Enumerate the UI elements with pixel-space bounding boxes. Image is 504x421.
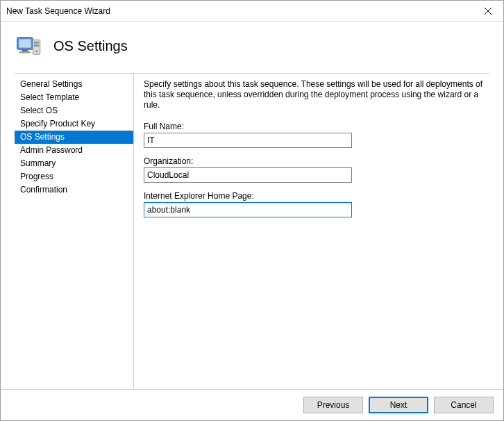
page-description: Specify settings about this task sequenc… [144,79,484,110]
close-button[interactable] [474,1,502,21]
step-summary[interactable]: Summary [15,157,133,170]
wizard-content: General Settings Select Template Select … [1,73,503,389]
svg-point-9 [35,51,37,53]
step-select-os[interactable]: Select OS [15,104,133,117]
homepage-label: Internet Explorer Home Page: [144,191,484,201]
close-icon [485,8,492,15]
main-panel: Specify settings about this task sequenc… [134,73,489,389]
computer-icon [15,31,44,60]
organization-label: Organization: [144,156,484,166]
fullname-label: Full Name: [144,122,484,131]
previous-button[interactable]: Previous [303,397,363,413]
title-bar: New Task Sequence Wizard [1,1,503,22]
organization-input[interactable] [144,167,352,183]
page-title: OS Settings [53,38,128,54]
step-general-settings[interactable]: General Settings [15,78,133,91]
step-select-template[interactable]: Select Template [15,91,133,104]
step-admin-password[interactable]: Admin Password [15,144,133,157]
cancel-button[interactable]: Cancel [434,397,494,413]
step-progress[interactable]: Progress [15,170,133,183]
svg-rect-7 [34,42,39,44]
homepage-input[interactable] [144,202,352,217]
window-title: New Task Sequence Wizard [6,6,474,16]
fullname-input[interactable] [144,133,352,148]
wizard-steps: General Settings Select Template Select … [15,73,134,389]
svg-rect-4 [22,49,28,51]
fullname-group: Full Name: [144,122,484,148]
organization-group: Organization: [144,156,484,183]
svg-rect-8 [34,44,39,47]
wizard-footer: Previous Next Cancel [1,389,503,420]
step-confirmation[interactable]: Confirmation [15,183,133,197]
step-os-settings[interactable]: OS Settings [15,131,133,144]
wizard-header: OS Settings [1,22,503,73]
homepage-group: Internet Explorer Home Page: [144,191,484,217]
svg-rect-3 [19,39,31,47]
next-button[interactable]: Next [369,397,428,413]
step-specify-product-key[interactable]: Specify Product Key [15,117,133,131]
svg-rect-5 [19,51,31,53]
